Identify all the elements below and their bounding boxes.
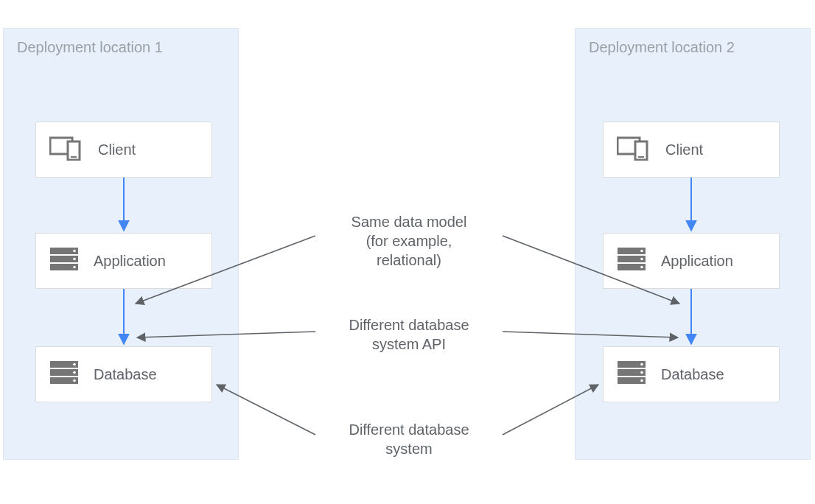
- application-node-right: Application: [603, 233, 780, 289]
- server-icon: [617, 247, 646, 275]
- svg-point-27: [640, 363, 643, 366]
- client-node-right: Client: [603, 122, 780, 178]
- svg-point-21: [640, 250, 643, 253]
- svg-point-6: [73, 250, 76, 253]
- annotation-different-api: Different database system API: [317, 315, 501, 354]
- application-node-left: Application: [35, 233, 212, 289]
- annotation-same-data-model: Same data model (for example, relational…: [317, 212, 501, 270]
- svg-point-7: [73, 258, 76, 261]
- region-1-title: Deployment location 1: [17, 39, 163, 56]
- svg-point-29: [640, 379, 643, 382]
- svg-point-14: [73, 379, 76, 382]
- database-node-left: Database: [35, 346, 212, 402]
- database-node-right: Database: [603, 346, 780, 402]
- svg-point-13: [73, 371, 76, 374]
- database-label: Database: [94, 366, 157, 383]
- annotation-different-system: Different database system: [317, 420, 501, 458]
- svg-point-8: [73, 266, 76, 269]
- application-label: Application: [94, 253, 166, 270]
- diagram-stage: Deployment location 1 Deployment locatio…: [0, 0, 815, 504]
- client-devices-icon: [49, 136, 83, 164]
- database-icon: [617, 360, 646, 388]
- database-icon: [49, 360, 79, 388]
- svg-point-23: [640, 266, 643, 269]
- server-icon: [49, 247, 79, 275]
- svg-point-22: [640, 258, 643, 261]
- client-devices-icon: [617, 136, 651, 164]
- application-label: Application: [661, 253, 733, 270]
- svg-point-28: [640, 371, 643, 374]
- database-label: Database: [661, 366, 724, 383]
- region-2-title: Deployment location 2: [589, 39, 735, 56]
- client-label: Client: [665, 141, 703, 158]
- client-label: Client: [98, 141, 136, 158]
- client-node-left: Client: [35, 122, 212, 178]
- svg-point-12: [73, 363, 76, 366]
